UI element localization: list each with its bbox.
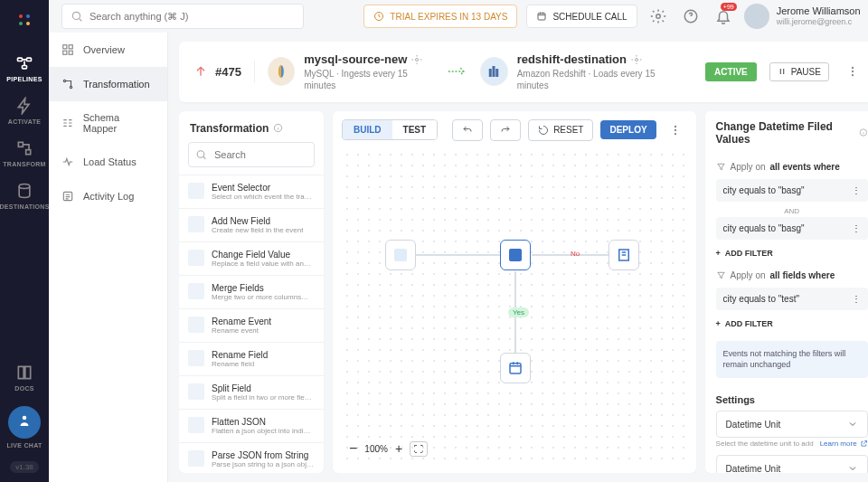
redo-button[interactable]	[490, 119, 521, 141]
trans-search-input[interactable]	[188, 142, 315, 167]
canvas-more-icon[interactable]	[664, 118, 687, 142]
trans-item-icon	[188, 417, 204, 433]
learn-more-link[interactable]: Learn more	[820, 439, 868, 448]
add-filter-button[interactable]: +ADD FILTER	[716, 314, 868, 334]
side-load-status[interactable]: Load Status	[49, 145, 167, 179]
trans-item[interactable]: Rename FieldRename field	[179, 342, 324, 375]
rail-activate[interactable]: ACTIVATE	[0, 90, 49, 132]
datetime-unit-select[interactable]: Datetime Unit	[716, 411, 868, 438]
pipeline-id: #475	[215, 65, 241, 79]
trans-item-name: Rename Field	[212, 350, 268, 360]
rail-label: PIPELINES	[6, 76, 42, 82]
trans-item-name: Event Selector	[212, 183, 312, 193]
calendar-icon	[536, 11, 547, 22]
zoom-fit[interactable]: ⛶	[410, 441, 428, 457]
node-datetime[interactable]	[500, 353, 531, 383]
gear-icon[interactable]	[631, 54, 642, 65]
rail-live-chat[interactable]: LIVE CHAT	[0, 399, 49, 456]
canvas: BUILD TEST RESET DEPLOY	[333, 111, 696, 473]
trial-label: TRIAL EXPIRES IN 13 DAYS	[390, 12, 507, 22]
svg-point-10	[23, 416, 27, 421]
dest-sub: Amazon Redshift · Loads every 15 minutes	[517, 68, 680, 91]
user-menu[interactable]: Jerome Williamson willi.jerome@green.c	[744, 4, 868, 29]
trans-item[interactable]: Rename EventRename event	[179, 308, 324, 342]
settings-heading: Settings	[716, 394, 868, 405]
notifications-icon[interactable]: +99	[712, 5, 735, 28]
node-output[interactable]	[609, 240, 639, 270]
svg-point-21	[70, 86, 71, 88]
trans-item-icon	[188, 450, 204, 467]
user-name: Jerome Williamson	[777, 5, 861, 17]
svg-point-28	[852, 67, 854, 69]
rail-pipelines[interactable]: PIPELINES	[0, 47, 49, 90]
more-icon[interactable]: ⋮	[852, 223, 861, 233]
left-rail: PIPELINES ACTIVATE TRANSFORM DESTINATION…	[0, 0, 49, 482]
reset-button[interactable]: RESET	[528, 119, 593, 141]
trans-item[interactable]: Add New FieldCreate new field in the eve…	[179, 208, 324, 241]
info-icon[interactable]	[273, 123, 283, 133]
trans-item[interactable]: Event SelectorSelect on which event the …	[179, 175, 324, 208]
svg-point-1	[26, 14, 30, 18]
trial-pill[interactable]: TRIAL EXPIRES IN 13 DAYS	[363, 5, 517, 28]
rail-label: DESTINATIONS	[0, 203, 50, 210]
side-activity-log[interactable]: Activity Log	[49, 179, 167, 213]
trans-item-icon	[188, 283, 204, 299]
global-search-input[interactable]	[61, 4, 304, 29]
trans-item-desc: Replace a field value with ano…	[212, 260, 315, 268]
schedule-call-button[interactable]: SCHEDULE CALL	[526, 5, 637, 28]
add-filter-button[interactable]: +ADD FILTER	[716, 243, 868, 263]
active-badge: ACTIVE	[705, 62, 757, 81]
more-icon[interactable]	[842, 60, 864, 83]
settings-icon[interactable]	[646, 5, 670, 28]
node-condition[interactable]	[500, 240, 531, 270]
rail-docs[interactable]: DOCS	[0, 356, 49, 399]
svg-rect-7	[18, 142, 23, 146]
side-schema-mapper[interactable]: Schema Mapper	[49, 101, 167, 145]
rail-transform[interactable]: TRANSFORM	[0, 132, 49, 175]
svg-point-34	[674, 129, 675, 131]
pause-button[interactable]: PAUSE	[769, 62, 829, 81]
zoom-out[interactable]: −	[349, 440, 357, 457]
test-tab[interactable]: TEST	[392, 120, 438, 139]
datetime-unit-select[interactable]: Datetime Unit	[716, 455, 868, 473]
side-overview[interactable]: Overview	[49, 33, 167, 67]
more-icon[interactable]: ⋮	[852, 294, 861, 304]
clock-icon	[373, 11, 384, 22]
props-title: Change Datetime Filed Values	[716, 120, 854, 146]
deploy-button[interactable]: DEPLOY	[600, 120, 656, 139]
canvas-area[interactable]: No Yes − 100% + ⛶	[342, 149, 687, 464]
rail-destinations[interactable]: DESTINATIONS	[0, 175, 49, 217]
filter-row[interactable]: city equals to "basg"⋮	[716, 179, 868, 202]
trans-item[interactable]: Flatten JSONFlatten a json object into i…	[179, 409, 324, 442]
svg-rect-8	[26, 150, 31, 155]
search-icon	[195, 148, 207, 160]
zoom-in[interactable]: +	[395, 441, 402, 456]
help-icon[interactable]	[679, 5, 703, 28]
side-transformation[interactable]: Transformation	[49, 67, 167, 101]
filter-row[interactable]: city equals to "basg"⋮	[716, 217, 868, 240]
search-icon	[71, 10, 83, 23]
trans-item[interactable]: Merge FieldsMerge two or more columns…	[179, 275, 324, 308]
svg-point-3	[26, 22, 30, 25]
trans-item[interactable]: Change Field ValueReplace a field value …	[179, 241, 324, 275]
trans-item[interactable]: Split FieldSplit a field in two or more …	[179, 375, 324, 409]
undo-button[interactable]	[452, 119, 483, 141]
build-tab[interactable]: BUILD	[343, 120, 392, 139]
trans-item-name: Rename Event	[212, 317, 271, 326]
svg-point-29	[852, 71, 854, 72]
filter-row[interactable]: city equals to "test"⋮	[716, 288, 868, 310]
svg-rect-25	[493, 66, 495, 77]
info-icon[interactable]	[859, 128, 868, 137]
trans-item-name: Flatten JSON	[212, 417, 310, 427]
logo[interactable]	[14, 9, 35, 31]
svg-point-0	[19, 14, 23, 18]
gear-icon[interactable]	[411, 54, 422, 65]
rail-label: LIVE CHAT	[6, 442, 42, 449]
more-icon[interactable]: ⋮	[852, 185, 861, 195]
source-sub: MySQL · Ingests every 15 minutes	[304, 68, 434, 91]
and-label: AND	[716, 207, 868, 215]
trans-item-desc: Split a field in two or more fie…	[212, 393, 312, 402]
trans-item[interactable]: Parse JSON from StringParse json string …	[179, 442, 324, 473]
node-source[interactable]	[385, 240, 416, 270]
trans-item-icon	[188, 383, 204, 400]
